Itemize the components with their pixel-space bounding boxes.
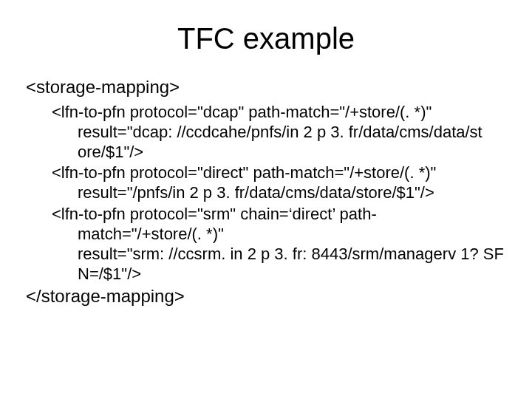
slide: TFC example <storage-mapping> <lfn-to-pf…	[0, 0, 532, 399]
lfn-entry-cont: result="srm: //ccsrm. in 2 p 3. fr: 8443…	[52, 245, 506, 265]
lfn-entry: <lfn-to-pfn protocol="direct" path-match…	[26, 163, 506, 203]
lfn-entry-first: <lfn-to-pfn protocol="direct" path-match…	[52, 163, 436, 182]
storage-mapping-close: </storage-mapping>	[26, 285, 506, 307]
lfn-entry: <lfn-to-pfn protocol="dcap" path-match="…	[26, 103, 506, 162]
lfn-entry-cont: N=/$1"/>	[52, 265, 506, 284]
lfn-entry-first: <lfn-to-pfn protocol="dcap" path-match="…	[52, 103, 432, 121]
lfn-entry-cont: match="/+store/(. *)"	[52, 225, 506, 245]
lfn-entry: <lfn-to-pfn protocol="srm" chain=‘direct…	[26, 205, 506, 284]
lfn-entry-cont: result="/pnfs/in 2 p 3. fr/data/cms/data…	[52, 183, 506, 203]
slide-title: TFC example	[26, 22, 506, 55]
lfn-entry-cont: ore/$1"/>	[52, 143, 506, 163]
lfn-entry-first: <lfn-to-pfn protocol="srm" chain=‘direct…	[52, 205, 377, 223]
storage-mapping-open: <storage-mapping>	[26, 76, 506, 98]
lfn-entry-cont: result="dcap: //ccdcahe/pnfs/in 2 p 3. f…	[52, 123, 506, 143]
